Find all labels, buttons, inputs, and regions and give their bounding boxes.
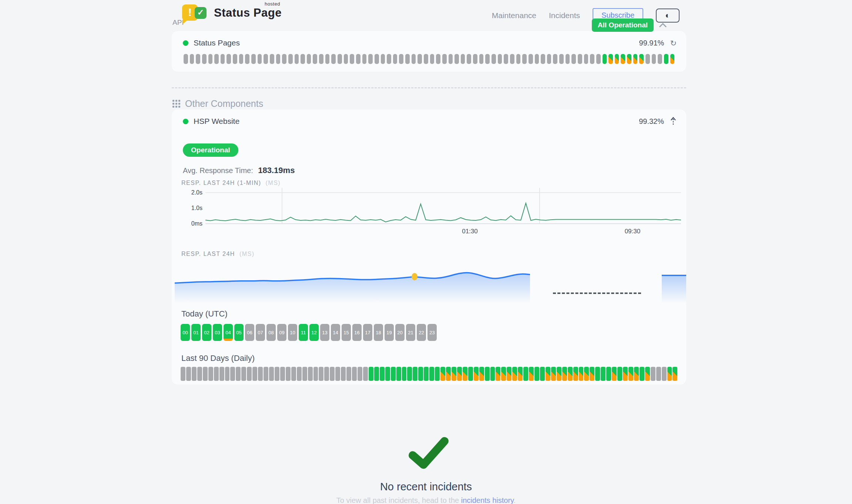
day-block[interactable] [617, 367, 622, 381]
uptime-bar[interactable] [449, 54, 453, 64]
uptime-bar[interactable] [621, 54, 625, 64]
day-block[interactable] [407, 367, 412, 381]
uptime-bar[interactable] [258, 54, 262, 64]
uptime-bar[interactable] [319, 54, 323, 64]
hour-block-05[interactable]: 05 [234, 324, 244, 341]
uptime-bar[interactable] [670, 54, 675, 64]
uptime-bar[interactable] [368, 54, 373, 64]
uptime-bar[interactable] [473, 54, 477, 64]
day-block[interactable] [413, 367, 417, 381]
uptime-bar[interactable] [214, 54, 219, 64]
day-block[interactable] [380, 367, 385, 381]
uptime-bar[interactable] [664, 54, 668, 64]
uptime-bar[interactable] [603, 54, 607, 64]
uptime-bar[interactable] [356, 54, 360, 64]
uptime-bar[interactable] [454, 54, 459, 64]
uptime-bar[interactable] [350, 54, 354, 64]
uptime-bar[interactable] [282, 54, 286, 64]
day-block[interactable] [557, 367, 561, 381]
uptime-bar[interactable] [529, 54, 533, 64]
day-block[interactable] [269, 367, 274, 381]
day-block[interactable] [446, 367, 451, 381]
hour-block-18[interactable]: 18 [374, 324, 383, 341]
day-block[interactable] [330, 367, 335, 381]
uptime-bar[interactable] [221, 54, 225, 64]
day-block[interactable] [496, 367, 500, 381]
uptime-bar[interactable] [295, 54, 299, 64]
hour-block-13[interactable]: 13 [320, 324, 329, 341]
uptime-bar[interactable] [541, 54, 545, 64]
day-block[interactable] [230, 367, 235, 381]
day-block[interactable] [418, 367, 423, 381]
hour-block-14[interactable]: 14 [331, 324, 340, 341]
day-block[interactable] [645, 367, 650, 381]
uptime-bar[interactable] [387, 54, 391, 64]
day-block[interactable] [562, 367, 567, 381]
component-row[interactable]: HSP Website 99.32% [183, 117, 677, 126]
uptime-bar[interactable] [645, 54, 650, 64]
day-block[interactable] [634, 367, 639, 381]
day-block[interactable] [463, 367, 467, 381]
day-block[interactable] [203, 367, 208, 381]
uptime-bar[interactable] [239, 54, 244, 64]
uptime-bar[interactable] [417, 54, 422, 64]
day-block[interactable] [208, 367, 213, 381]
uptime-bar[interactable] [405, 54, 410, 64]
day-block[interactable] [252, 367, 257, 381]
incidents-history-link[interactable]: incidents history [461, 496, 514, 504]
day-block[interactable] [540, 367, 545, 381]
day-block[interactable] [181, 367, 185, 381]
day-block[interactable] [490, 367, 495, 381]
uptime-bar[interactable] [362, 54, 367, 64]
day-block[interactable] [197, 367, 202, 381]
uptime-bar[interactable] [233, 54, 237, 64]
uptime-bar[interactable] [492, 54, 496, 64]
uptime-bar[interactable] [251, 54, 256, 64]
uptime-bar[interactable] [344, 54, 348, 64]
hour-block-07[interactable]: 07 [256, 324, 265, 341]
day-block[interactable] [573, 367, 578, 381]
data-point-marker[interactable] [412, 273, 417, 280]
day-block[interactable] [275, 367, 279, 381]
day-block[interactable] [313, 367, 318, 381]
uptime-bar[interactable] [301, 54, 305, 64]
uptime-bar[interactable] [516, 54, 521, 64]
hour-block-04[interactable]: 04 [224, 324, 233, 341]
uptime-bar[interactable] [393, 54, 398, 64]
logo[interactable]: ! ✓ hosted Status Page [182, 4, 282, 21]
day-block[interactable] [672, 367, 677, 381]
uptime-bar[interactable] [553, 54, 557, 64]
hour-block-12[interactable]: 12 [309, 324, 319, 341]
day-block[interactable] [264, 367, 268, 381]
day-block[interactable] [656, 367, 661, 381]
uptime-bar[interactable] [436, 54, 440, 64]
day-block[interactable] [501, 367, 506, 381]
uptime-bar[interactable] [596, 54, 601, 64]
uptime-bar[interactable] [633, 54, 638, 64]
day-block[interactable] [186, 367, 191, 381]
response-area-chart[interactable] [175, 255, 686, 303]
uptime-bar[interactable] [566, 54, 570, 64]
uptime-bar[interactable] [485, 54, 490, 64]
uptime-bar[interactable] [184, 54, 188, 64]
arrow-up-dashed-icon[interactable] [670, 117, 677, 126]
uptime-bar[interactable] [276, 54, 281, 64]
hour-block-08[interactable]: 08 [266, 324, 276, 341]
day-block[interactable] [507, 367, 511, 381]
uptime-bar[interactable] [571, 54, 576, 64]
hour-block-10[interactable]: 10 [288, 324, 297, 341]
uptime-bar[interactable] [467, 54, 471, 64]
uptime-bar[interactable] [288, 54, 293, 64]
response-line-chart[interactable]: 2.0s 1.0s 0ms 01:30 09:30 [189, 188, 681, 225]
day-block[interactable] [601, 367, 606, 381]
uptime-bar[interactable] [522, 54, 527, 64]
day-block[interactable] [606, 367, 611, 381]
day-block[interactable] [358, 367, 362, 381]
day-block[interactable] [568, 367, 573, 381]
uptime-bar[interactable] [245, 54, 249, 64]
day-block[interactable] [297, 367, 302, 381]
uptime-bar[interactable] [442, 54, 447, 64]
hour-block-19[interactable]: 19 [385, 324, 394, 341]
day-block[interactable] [335, 367, 340, 381]
day-block[interactable] [651, 367, 655, 381]
